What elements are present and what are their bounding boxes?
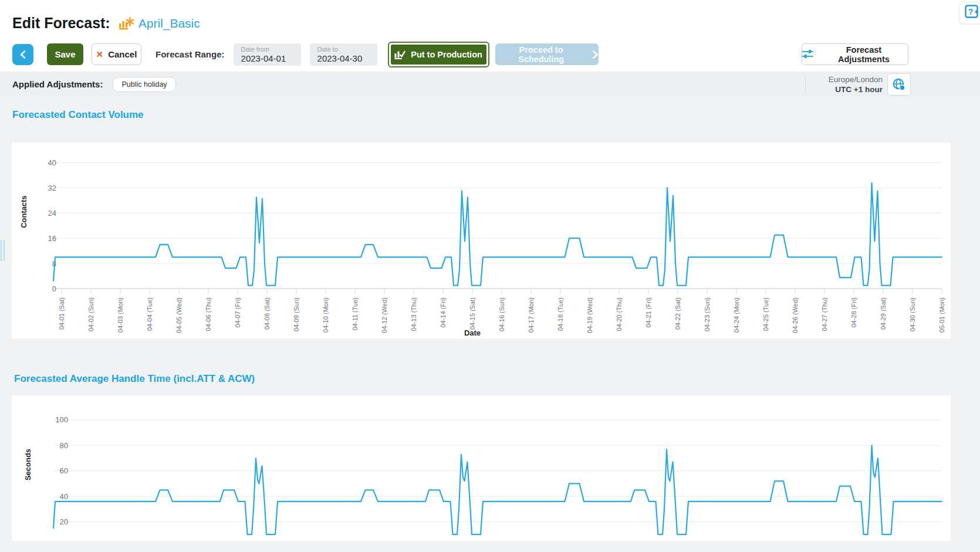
contact-volume-chart[interactable]: 081624324004-01 (Sat)04-02 (Sun)04-03 (M… (12, 143, 951, 338)
svg-text:20: 20 (60, 517, 68, 526)
charts-area: Forecasted Contact Volume 081624324004-0… (0, 97, 980, 541)
svg-text:04-07 (Fri): 04-07 (Fri) (234, 297, 241, 327)
svg-text:04-13 (Thu): 04-13 (Thu) (410, 297, 417, 331)
toolbar: Save ✕ Cancel Forecast Range: Date from … (0, 37, 980, 72)
chevron-right-icon (592, 50, 599, 59)
timezone-divider (805, 74, 806, 94)
page-title: Edit Forecast: (12, 15, 110, 32)
contact-volume-title: Forecasted Contact Volume (12, 109, 980, 121)
help-button[interactable]: ? (959, 2, 980, 24)
svg-text:04-01 (Sat): 04-01 (Sat) (58, 297, 65, 330)
svg-text:04-22 (Sat): 04-22 (Sat) (674, 297, 681, 330)
timezone-globe-button[interactable] (887, 73, 911, 96)
svg-text:04-16 (Sun): 04-16 (Sun) (498, 297, 505, 331)
aht-title: Forecasted Average Handle Time (incl.ATT… (14, 373, 980, 385)
svg-text:40: 40 (60, 492, 68, 501)
svg-text:04-17 (Mon): 04-17 (Mon) (528, 297, 535, 333)
svg-text:05-01 (Mon): 05-01 (Mon) (938, 297, 945, 333)
svg-text:04-15 (Sat): 04-15 (Sat) (469, 297, 476, 330)
date-from-value: 2023-04-01 (241, 53, 301, 63)
svg-text:04-21 (Fri): 04-21 (Fri) (645, 297, 652, 327)
date-to-value: 2023-04-30 (317, 53, 377, 63)
svg-text:04-18 (Tue): 04-18 (Tue) (557, 297, 564, 331)
forecast-name[interactable]: April_Basic (138, 16, 200, 31)
svg-text:04-11 (Tue): 04-11 (Tue) (352, 297, 359, 330)
cancel-x-icon: ✕ (96, 49, 104, 60)
svg-text:04-29 (Sat): 04-29 (Sat) (880, 297, 887, 330)
svg-text:04-05 (Wed): 04-05 (Wed) (175, 297, 183, 333)
save-button[interactable]: Save (47, 43, 83, 65)
svg-text:04-10 (Mon): 04-10 (Mon) (322, 297, 329, 333)
svg-text:04-03 (Mon): 04-03 (Mon) (117, 297, 124, 333)
chevron-left-icon (19, 50, 27, 59)
page-header: Edit Forecast: April_Basic (0, 0, 980, 37)
side-drawer-handle[interactable] (1, 240, 5, 261)
svg-text:04-02 (Sun): 04-02 (Sun) (87, 297, 94, 331)
svg-text:60: 60 (60, 466, 68, 475)
svg-text:04-09 (Sun): 04-09 (Sun) (293, 297, 300, 331)
applied-adjustments-bar: Applied Adjustments: Public holiday Euro… (0, 72, 980, 97)
aht-chart-card: 20406080100Seconds (12, 395, 951, 541)
cancel-button[interactable]: ✕ Cancel (92, 43, 141, 65)
svg-text:04-04 (Tue): 04-04 (Tue) (146, 297, 153, 331)
sliders-icon (802, 49, 814, 59)
date-to-field[interactable]: Date to 2023-04-30 (310, 43, 377, 66)
svg-text:04-14 (Fri): 04-14 (Fri) (440, 297, 447, 327)
svg-text:40: 40 (48, 158, 56, 167)
proceed-to-scheduling-button[interactable]: Proceed to Scheduling (495, 43, 599, 65)
svg-text:Contacts: Contacts (19, 195, 28, 228)
forecast-icon (119, 16, 134, 32)
adjustment-chip-public-holiday[interactable]: Public holiday (113, 77, 175, 92)
timezone-offset: UTC +1 hour (829, 84, 883, 94)
svg-text:04-08 (Sat): 04-08 (Sat) (263, 297, 271, 330)
svg-text:?: ? (968, 7, 974, 16)
svg-text:04-19 (Wed): 04-19 (Wed) (586, 297, 593, 333)
svg-text:04-28 (Fri): 04-28 (Fri) (850, 297, 857, 327)
date-from-field[interactable]: Date from 2023-04-01 (234, 43, 301, 66)
svg-text:0: 0 (52, 285, 56, 293)
aht-chart[interactable]: 20406080100Seconds (12, 395, 951, 541)
svg-text:04-30 (Sun): 04-30 (Sun) (909, 297, 916, 331)
chart-check-icon (394, 49, 405, 59)
svg-text:04-24 (Mon): 04-24 (Mon) (733, 297, 740, 333)
svg-text:04-20 (Thu): 04-20 (Thu) (616, 297, 623, 331)
svg-text:04-12 (Wed): 04-12 (Wed) (381, 297, 388, 333)
svg-text:04-06 (Thu): 04-06 (Thu) (205, 297, 212, 331)
svg-text:Date: Date (464, 329, 481, 337)
svg-text:24: 24 (48, 209, 56, 218)
date-to-label: Date to (317, 46, 377, 53)
svg-text:04-26 (Wed): 04-26 (Wed) (792, 297, 799, 333)
timezone-info: Europe/London UTC +1 hour (829, 74, 883, 94)
svg-text:100: 100 (55, 415, 68, 424)
put-to-production-button[interactable]: Put to Production (391, 45, 486, 65)
svg-text:04-23 (Sun): 04-23 (Sun) (704, 297, 711, 331)
svg-text:04-25 (Tue): 04-25 (Tue) (762, 297, 769, 331)
put-to-production-focus-ring: Put to Production (388, 42, 489, 67)
timezone-region: Europe/London (829, 74, 883, 84)
svg-text:32: 32 (48, 184, 56, 192)
globe-icon (892, 77, 906, 92)
forecast-range-label: Forecast Range: (156, 49, 225, 59)
back-button[interactable] (12, 44, 33, 65)
date-from-label: Date from (241, 46, 301, 53)
forecast-adjustments-button[interactable]: Forecast Adjustments (802, 43, 908, 65)
contact-volume-chart-card: 081624324004-01 (Sat)04-02 (Sun)04-03 (M… (12, 143, 951, 338)
svg-text:Seconds: Seconds (23, 449, 32, 480)
applied-adjustments-label: Applied Adjustments: (12, 79, 103, 89)
svg-text:04-27 (Thu): 04-27 (Thu) (821, 297, 828, 331)
svg-text:16: 16 (48, 234, 56, 243)
help-question-icon: ? (964, 4, 979, 22)
svg-text:80: 80 (60, 441, 68, 450)
